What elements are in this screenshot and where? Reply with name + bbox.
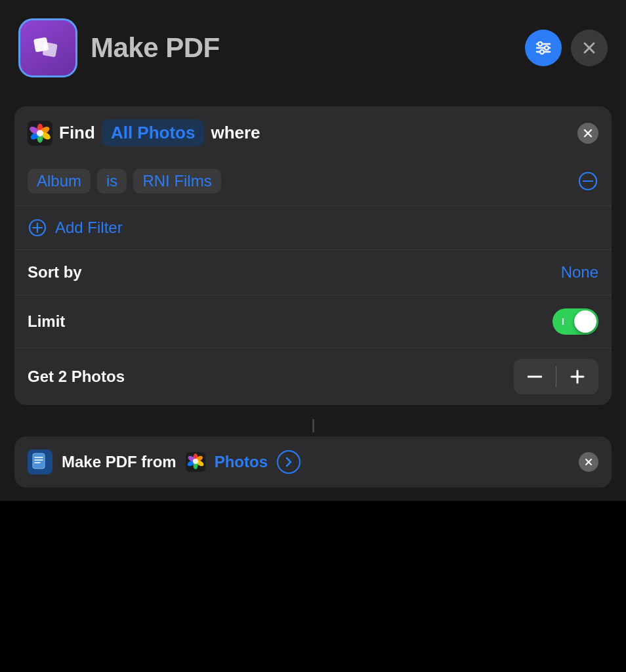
sort-by-value[interactable]: None (561, 263, 598, 282)
svg-rect-1 (43, 42, 58, 57)
svg-point-7 (540, 50, 544, 54)
photos-pill-text[interactable]: Photos (215, 453, 268, 471)
find-label: Find (59, 123, 95, 143)
add-filter-label: Add Filter (55, 219, 123, 237)
photos-icon-inline (186, 452, 205, 472)
page-title: Make PDF (91, 32, 512, 64)
sort-by-row: Sort by None (14, 250, 612, 295)
remove-filter-button[interactable] (577, 171, 598, 192)
card-separator (14, 415, 612, 436)
find-close-icon (583, 129, 593, 138)
increment-button[interactable] (556, 359, 598, 394)
svg-point-3 (538, 42, 542, 46)
where-label: where (211, 123, 260, 143)
plus-circle-icon (28, 218, 47, 238)
toggle-thumb (574, 310, 596, 333)
photos-icon-svg (28, 121, 52, 146)
close-button[interactable] (571, 30, 608, 66)
separator-line (312, 419, 314, 432)
toggle-i-label: I (562, 316, 564, 327)
filter-row: Album is RNI Films (14, 159, 612, 205)
photos-app-icon (28, 121, 52, 146)
plus-icon (570, 369, 585, 384)
make-pdf-row: Make PDF from Photos (14, 436, 612, 488)
svg-point-5 (545, 46, 549, 50)
find-row: Find All Photos where (14, 106, 612, 159)
find-photos-card: Find All Photos where Album is RNI Films (14, 106, 612, 405)
get-photos-label: Get 2 Photos (28, 368, 514, 386)
make-pdf-card: Make PDF from Photos (14, 436, 612, 488)
expand-button[interactable] (277, 450, 301, 474)
photos-icon-inline-svg (186, 452, 205, 472)
svg-rect-28 (33, 453, 45, 469)
minus-icon (528, 375, 542, 378)
pdf-doc-icon-svg (32, 453, 48, 471)
svg-point-17 (37, 130, 43, 136)
document-icon (28, 450, 52, 474)
make-pdf-text: Make PDF from (62, 453, 177, 471)
svg-point-39 (193, 459, 198, 464)
app-header: Make PDF (0, 0, 626, 93)
sliders-icon (534, 39, 553, 57)
limit-label: Limit (28, 312, 553, 331)
limit-toggle[interactable]: I (553, 308, 598, 335)
get-photos-row: Get 2 Photos (14, 348, 612, 405)
limit-row: Limit I (14, 295, 612, 348)
chevron-right-icon (283, 457, 294, 467)
sort-by-label: Sort by (28, 263, 561, 282)
app-icon-svg (30, 30, 66, 66)
album-pill[interactable]: Album (28, 169, 91, 194)
minus-circle-icon (577, 171, 598, 192)
settings-button[interactable] (525, 30, 562, 66)
decrement-button[interactable] (514, 359, 556, 394)
find-close-button[interactable] (577, 123, 598, 144)
photos-pill: Photos (215, 453, 268, 471)
is-pill[interactable]: is (97, 169, 127, 194)
add-filter-icon (28, 218, 47, 238)
make-pdf-close-button[interactable] (579, 452, 598, 472)
add-filter-row[interactable]: Add Filter (14, 206, 612, 249)
rni-films-pill[interactable]: RNI Films (133, 169, 220, 194)
close-icon (582, 41, 596, 55)
all-photos-pill[interactable]: All Photos (102, 119, 205, 146)
main-content: Find All Photos where Album is RNI Films (0, 93, 626, 501)
photo-count-stepper (514, 359, 598, 394)
row-close-icon (585, 458, 593, 466)
header-controls (525, 30, 608, 66)
app-icon (18, 18, 77, 77)
